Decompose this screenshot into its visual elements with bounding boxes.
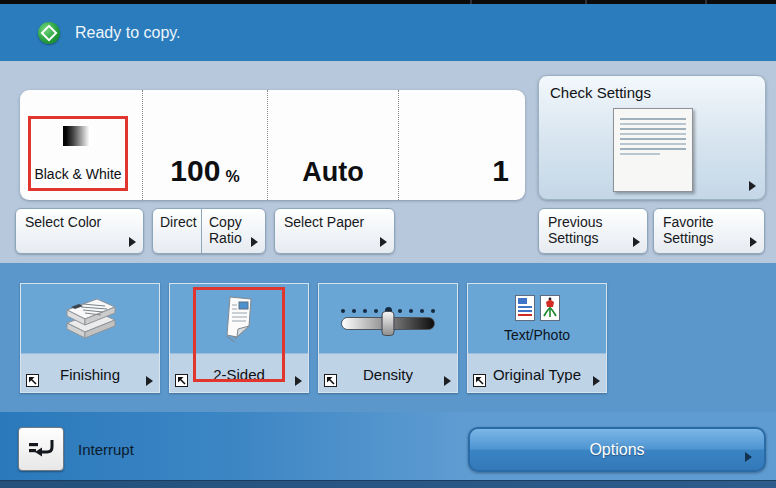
finishing-label: Finishing <box>60 366 120 383</box>
finishing-icon-area <box>21 284 159 354</box>
ready-status-icon <box>38 22 60 44</box>
density-button[interactable]: Density <box>318 283 458 393</box>
select-paper-label: Select Paper <box>284 214 364 230</box>
expand-arrow-icon <box>251 237 258 247</box>
document-preview-icon <box>613 108 693 192</box>
expand-arrow-icon <box>380 237 387 247</box>
copy-count-section: 1 <box>399 90 525 200</box>
two-sided-icon-area <box>170 284 308 354</box>
direct-button[interactable]: Direct <box>153 209 201 253</box>
copy-ratio-button[interactable]: Copy Ratio <box>201 209 265 253</box>
ready-diamond-glyph <box>41 24 58 41</box>
status-message: Ready to copy. <box>75 24 181 42</box>
copier-touchscreen: Ready to copy. Black & White 100 % Auto … <box>0 0 776 488</box>
shortcut-arrow-icon <box>473 374 486 387</box>
bezel-strip-bottom <box>0 480 776 488</box>
copy-ratio-label: Copy Ratio <box>209 214 242 246</box>
previous-settings-button[interactable]: Previous Settings <box>538 208 648 254</box>
interrupt-label: Interrupt <box>78 441 134 458</box>
copy-ratio-value: 100 <box>170 156 220 186</box>
shortcut-arrow-icon <box>324 374 337 387</box>
original-type-label-area: Original Type <box>468 354 606 394</box>
options-button[interactable]: Options <box>468 427 766 472</box>
bw-gradient-swatch <box>63 126 93 146</box>
expand-arrow-icon <box>749 181 756 191</box>
previous-settings-label: Previous Settings <box>548 214 602 246</box>
finishing-button[interactable]: Finishing <box>20 283 160 393</box>
select-color-label: Select Color <box>25 214 101 230</box>
expand-arrow-icon <box>146 376 153 386</box>
two-sided-page-icon <box>219 294 259 344</box>
density-label: Density <box>363 366 413 383</box>
photo-tulip-icon <box>540 295 560 321</box>
color-mode-section[interactable]: Black & White <box>20 90 143 200</box>
shortcut-arrow-icon <box>26 374 39 387</box>
two-sided-button[interactable]: 2-Sided <box>169 283 309 393</box>
expand-arrow-icon <box>745 452 752 462</box>
favorite-settings-label: Favorite Settings <box>663 214 714 246</box>
shortcut-arrow-icon <box>175 374 188 387</box>
direct-label: Direct <box>160 214 197 230</box>
density-label-area: Density <box>319 354 457 394</box>
color-mode-highlight-box: Black & White <box>28 116 128 191</box>
density-gradient-bar <box>341 317 435 330</box>
expand-arrow-icon <box>295 376 302 386</box>
expand-arrow-icon <box>633 237 640 247</box>
text-document-icon <box>515 295 535 321</box>
check-settings-label: Check Settings <box>550 84 651 101</box>
status-bar: Ready to copy. <box>0 4 776 61</box>
paper-selection-value: Auto <box>302 159 363 186</box>
density-slider-icon <box>341 307 435 330</box>
expand-arrow-icon <box>129 237 136 247</box>
copy-ratio-unit: % <box>225 169 239 185</box>
original-type-value: Text/Photo <box>504 327 570 343</box>
paper-selection-section[interactable]: Auto <box>268 90 399 200</box>
select-color-button[interactable]: Select Color <box>15 208 144 254</box>
options-label: Options <box>589 441 644 459</box>
density-knob <box>382 311 395 336</box>
favorite-settings-button[interactable]: Favorite Settings <box>653 208 765 254</box>
text-photo-icon <box>515 295 560 321</box>
copy-ratio-section[interactable]: 100 % <box>143 90 268 200</box>
copy-summary-panel: Black & White 100 % Auto 1 <box>20 90 525 200</box>
original-type-icon-area: Text/Photo <box>468 284 606 354</box>
density-icon-area <box>319 284 457 354</box>
original-type-button[interactable]: Text/Photo Original Type <box>467 283 607 393</box>
stapled-documents-icon <box>57 292 123 346</box>
two-sided-label: 2-Sided <box>213 366 265 383</box>
select-paper-button[interactable]: Select Paper <box>274 208 395 254</box>
interrupt-button[interactable] <box>18 427 64 471</box>
expand-arrow-icon <box>444 376 451 386</box>
original-type-label: Original Type <box>493 366 581 383</box>
finishing-label-area: Finishing <box>21 354 159 394</box>
interrupt-return-icon <box>27 437 55 461</box>
expand-arrow-icon <box>593 376 600 386</box>
ratio-combo-button: Direct Copy Ratio <box>152 208 266 254</box>
expand-arrow-icon <box>750 237 757 247</box>
color-mode-value: Black & White <box>34 166 121 182</box>
two-sided-label-area: 2-Sided <box>170 354 308 394</box>
check-settings-button[interactable]: Check Settings <box>538 75 766 200</box>
copy-count-value: 1 <box>492 156 509 186</box>
